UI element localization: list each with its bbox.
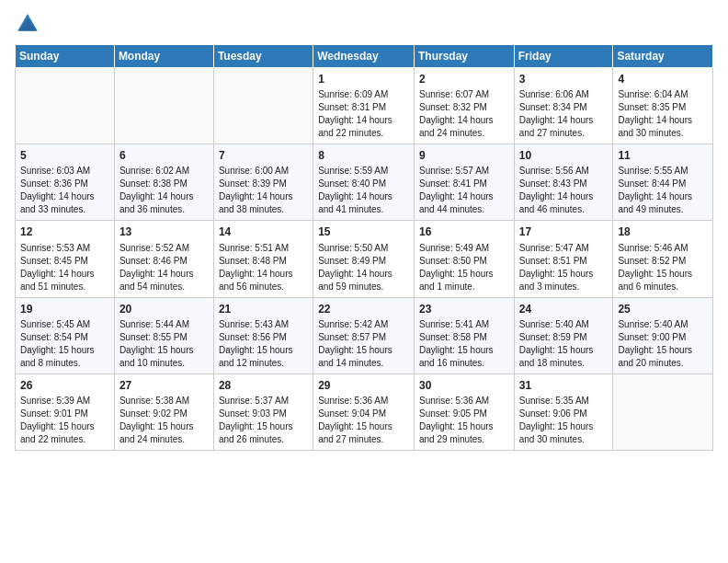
day-number: 30 bbox=[419, 378, 509, 393]
day-number: 12 bbox=[20, 224, 109, 239]
calendar-cell: 22Sunrise: 5:42 AMSunset: 8:57 PMDayligh… bbox=[313, 297, 415, 373]
day-number: 9 bbox=[419, 148, 509, 163]
day-info: Sunrise: 6:03 AMSunset: 8:36 PMDaylight:… bbox=[20, 165, 109, 216]
calendar-cell bbox=[16, 68, 115, 144]
day-number: 31 bbox=[519, 378, 609, 393]
day-number: 1 bbox=[318, 72, 409, 86]
day-number: 18 bbox=[618, 224, 708, 239]
calendar-cell: 7Sunrise: 6:00 AMSunset: 8:39 PMDaylight… bbox=[213, 144, 313, 221]
day-number: 8 bbox=[318, 148, 409, 163]
day-info: Sunrise: 6:00 AMSunset: 8:39 PMDaylight:… bbox=[219, 165, 308, 216]
day-info: Sunrise: 5:56 AMSunset: 8:43 PMDaylight:… bbox=[519, 165, 609, 216]
day-number: 24 bbox=[519, 302, 609, 316]
day-number: 20 bbox=[119, 302, 209, 316]
day-info: Sunrise: 6:09 AMSunset: 8:31 PMDaylight:… bbox=[318, 88, 409, 140]
calendar-cell: 16Sunrise: 5:49 AMSunset: 8:50 PMDayligh… bbox=[414, 221, 514, 297]
day-number: 4 bbox=[618, 72, 708, 86]
weekday-header-sunday: Sunday bbox=[16, 45, 115, 68]
calendar-cell: 10Sunrise: 5:56 AMSunset: 8:43 PMDayligh… bbox=[514, 144, 613, 221]
calendar-cell: 23Sunrise: 5:41 AMSunset: 8:58 PMDayligh… bbox=[414, 297, 514, 373]
day-info: Sunrise: 5:36 AMSunset: 9:04 PMDaylight:… bbox=[318, 395, 409, 446]
calendar-cell: 17Sunrise: 5:47 AMSunset: 8:51 PMDayligh… bbox=[514, 221, 613, 297]
weekday-header-monday: Monday bbox=[114, 45, 213, 68]
day-number: 17 bbox=[519, 224, 609, 239]
calendar-cell: 3Sunrise: 6:06 AMSunset: 8:34 PMDaylight… bbox=[514, 68, 613, 144]
day-info: Sunrise: 5:47 AMSunset: 8:51 PMDaylight:… bbox=[519, 242, 609, 293]
calendar-cell: 11Sunrise: 5:55 AMSunset: 8:44 PMDayligh… bbox=[613, 144, 713, 221]
calendar-cell: 19Sunrise: 5:45 AMSunset: 8:54 PMDayligh… bbox=[16, 297, 115, 373]
day-info: Sunrise: 5:36 AMSunset: 9:05 PMDaylight:… bbox=[419, 395, 509, 446]
day-info: Sunrise: 5:51 AMSunset: 8:48 PMDaylight:… bbox=[219, 242, 308, 293]
day-info: Sunrise: 5:35 AMSunset: 9:06 PMDaylight:… bbox=[519, 395, 609, 446]
day-info: Sunrise: 5:38 AMSunset: 9:02 PMDaylight:… bbox=[119, 395, 209, 446]
weekday-header-wednesday: Wednesday bbox=[313, 45, 415, 68]
logo-icon bbox=[15, 11, 40, 37]
header bbox=[15, 11, 713, 37]
day-number: 13 bbox=[119, 224, 209, 239]
calendar-cell: 4Sunrise: 6:04 AMSunset: 8:35 PMDaylight… bbox=[613, 68, 713, 144]
calendar-week-row: 1Sunrise: 6:09 AMSunset: 8:31 PMDaylight… bbox=[16, 68, 713, 144]
day-info: Sunrise: 5:42 AMSunset: 8:57 PMDaylight:… bbox=[318, 318, 409, 370]
day-number: 2 bbox=[419, 72, 509, 86]
calendar-week-row: 26Sunrise: 5:39 AMSunset: 9:01 PMDayligh… bbox=[16, 373, 713, 450]
day-info: Sunrise: 5:55 AMSunset: 8:44 PMDaylight:… bbox=[618, 165, 708, 216]
day-number: 6 bbox=[119, 148, 209, 163]
day-number: 5 bbox=[20, 148, 109, 163]
calendar-cell bbox=[213, 68, 313, 144]
calendar-cell: 21Sunrise: 5:43 AMSunset: 8:56 PMDayligh… bbox=[213, 297, 313, 373]
day-info: Sunrise: 5:41 AMSunset: 8:58 PMDaylight:… bbox=[419, 318, 509, 370]
day-number: 19 bbox=[20, 302, 109, 316]
day-info: Sunrise: 5:43 AMSunset: 8:56 PMDaylight:… bbox=[219, 318, 308, 370]
day-number: 16 bbox=[419, 224, 509, 239]
day-info: Sunrise: 5:45 AMSunset: 8:54 PMDaylight:… bbox=[20, 318, 109, 370]
calendar-cell: 31Sunrise: 5:35 AMSunset: 9:06 PMDayligh… bbox=[514, 373, 613, 450]
day-number: 21 bbox=[219, 302, 308, 316]
day-info: Sunrise: 5:37 AMSunset: 9:03 PMDaylight:… bbox=[219, 395, 308, 446]
day-info: Sunrise: 5:44 AMSunset: 8:55 PMDaylight:… bbox=[119, 318, 209, 370]
day-info: Sunrise: 6:04 AMSunset: 8:35 PMDaylight:… bbox=[618, 88, 708, 140]
weekday-header-tuesday: Tuesday bbox=[213, 45, 313, 68]
day-info: Sunrise: 6:02 AMSunset: 8:38 PMDaylight:… bbox=[119, 165, 209, 216]
day-info: Sunrise: 5:53 AMSunset: 8:45 PMDaylight:… bbox=[20, 242, 109, 293]
calendar-cell: 28Sunrise: 5:37 AMSunset: 9:03 PMDayligh… bbox=[213, 373, 313, 450]
day-info: Sunrise: 5:46 AMSunset: 8:52 PMDaylight:… bbox=[618, 242, 708, 293]
calendar-week-row: 12Sunrise: 5:53 AMSunset: 8:45 PMDayligh… bbox=[16, 221, 713, 297]
calendar-cell bbox=[114, 68, 213, 144]
calendar-cell: 5Sunrise: 6:03 AMSunset: 8:36 PMDaylight… bbox=[16, 144, 115, 221]
day-info: Sunrise: 5:50 AMSunset: 8:49 PMDaylight:… bbox=[318, 242, 409, 293]
calendar-cell: 20Sunrise: 5:44 AMSunset: 8:55 PMDayligh… bbox=[114, 297, 213, 373]
calendar-cell: 12Sunrise: 5:53 AMSunset: 8:45 PMDayligh… bbox=[16, 221, 115, 297]
calendar-week-row: 5Sunrise: 6:03 AMSunset: 8:36 PMDaylight… bbox=[16, 144, 713, 221]
calendar-cell: 30Sunrise: 5:36 AMSunset: 9:05 PMDayligh… bbox=[414, 373, 514, 450]
day-info: Sunrise: 6:07 AMSunset: 8:32 PMDaylight:… bbox=[419, 88, 509, 140]
day-number: 11 bbox=[618, 148, 708, 163]
calendar-week-row: 19Sunrise: 5:45 AMSunset: 8:54 PMDayligh… bbox=[16, 297, 713, 373]
calendar-cell: 14Sunrise: 5:51 AMSunset: 8:48 PMDayligh… bbox=[213, 221, 313, 297]
day-number: 3 bbox=[519, 72, 609, 86]
calendar-cell: 24Sunrise: 5:40 AMSunset: 8:59 PMDayligh… bbox=[514, 297, 613, 373]
day-number: 7 bbox=[219, 148, 308, 163]
logo bbox=[15, 11, 44, 37]
day-number: 22 bbox=[318, 302, 409, 316]
calendar-cell: 25Sunrise: 5:40 AMSunset: 9:00 PMDayligh… bbox=[613, 297, 713, 373]
day-number: 27 bbox=[119, 378, 209, 393]
day-info: Sunrise: 6:06 AMSunset: 8:34 PMDaylight:… bbox=[519, 88, 609, 140]
day-info: Sunrise: 5:59 AMSunset: 8:40 PMDaylight:… bbox=[318, 165, 409, 216]
weekday-header-thursday: Thursday bbox=[414, 45, 514, 68]
day-number: 14 bbox=[219, 224, 308, 239]
calendar-cell bbox=[613, 373, 713, 450]
day-number: 28 bbox=[219, 378, 308, 393]
calendar-cell: 27Sunrise: 5:38 AMSunset: 9:02 PMDayligh… bbox=[114, 373, 213, 450]
weekday-header-friday: Friday bbox=[514, 45, 613, 68]
calendar-cell: 29Sunrise: 5:36 AMSunset: 9:04 PMDayligh… bbox=[313, 373, 415, 450]
calendar-table: SundayMondayTuesdayWednesdayThursdayFrid… bbox=[15, 44, 713, 451]
calendar-cell: 9Sunrise: 5:57 AMSunset: 8:41 PMDaylight… bbox=[414, 144, 514, 221]
calendar-cell: 26Sunrise: 5:39 AMSunset: 9:01 PMDayligh… bbox=[16, 373, 115, 450]
day-number: 29 bbox=[318, 378, 409, 393]
calendar-cell: 1Sunrise: 6:09 AMSunset: 8:31 PMDaylight… bbox=[313, 68, 415, 144]
day-number: 10 bbox=[519, 148, 609, 163]
calendar-cell: 2Sunrise: 6:07 AMSunset: 8:32 PMDaylight… bbox=[414, 68, 514, 144]
day-info: Sunrise: 5:40 AMSunset: 9:00 PMDaylight:… bbox=[618, 318, 708, 370]
day-info: Sunrise: 5:52 AMSunset: 8:46 PMDaylight:… bbox=[119, 242, 209, 293]
day-number: 26 bbox=[20, 378, 109, 393]
